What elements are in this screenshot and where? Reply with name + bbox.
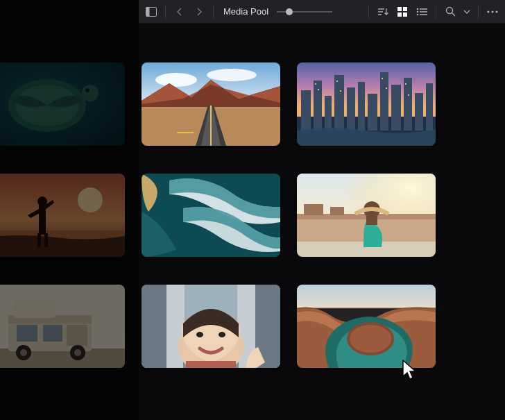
thumbnail-view-icon[interactable] <box>394 3 411 20</box>
svg-rect-60 <box>304 204 323 215</box>
svg-rect-54 <box>37 233 41 247</box>
clip-thumbnail[interactable] <box>297 174 436 257</box>
svg-point-85 <box>219 332 225 337</box>
svg-rect-4 <box>397 12 402 17</box>
svg-rect-48 <box>408 94 409 96</box>
svg-rect-9 <box>420 11 427 12</box>
svg-rect-33 <box>347 87 355 131</box>
svg-rect-86 <box>186 361 236 368</box>
svg-rect-32 <box>334 75 344 131</box>
svg-point-14 <box>491 10 493 12</box>
svg-point-13 <box>487 10 489 12</box>
svg-point-15 <box>495 10 497 12</box>
svg-rect-61 <box>330 207 344 215</box>
svg-rect-11 <box>420 14 427 15</box>
clip-thumbnail[interactable] <box>0 174 125 257</box>
svg-rect-40 <box>426 83 433 131</box>
svg-rect-38 <box>404 78 412 131</box>
clip-thumbnail[interactable] <box>297 285 436 368</box>
clip-grid <box>0 62 505 375</box>
list-view-icon[interactable] <box>413 3 430 20</box>
svg-rect-47 <box>405 83 406 85</box>
sort-icon[interactable] <box>375 3 391 20</box>
svg-point-12 <box>446 8 452 14</box>
clip-grid-area <box>0 0 505 420</box>
svg-rect-34 <box>358 82 365 131</box>
svg-point-50 <box>78 187 103 212</box>
svg-rect-36 <box>380 72 388 131</box>
svg-rect-35 <box>368 94 377 131</box>
nav-back-button[interactable] <box>171 3 188 20</box>
options-menu-icon[interactable] <box>484 3 501 20</box>
svg-rect-30 <box>314 81 322 131</box>
thumbnail-size-slider[interactable] <box>277 11 332 12</box>
svg-point-10 <box>417 13 419 15</box>
svg-point-6 <box>417 8 419 10</box>
svg-rect-72 <box>67 325 87 346</box>
svg-rect-3 <box>403 7 407 11</box>
svg-rect-25 <box>210 106 212 146</box>
sidebar-toggle-icon[interactable] <box>143 3 160 20</box>
svg-rect-69 <box>14 300 55 318</box>
svg-rect-70 <box>17 325 37 342</box>
clip-thumbnail[interactable] <box>0 62 125 146</box>
svg-rect-44 <box>340 90 341 92</box>
svg-rect-39 <box>415 93 423 131</box>
svg-rect-78 <box>142 285 166 368</box>
svg-rect-7 <box>420 8 427 10</box>
svg-point-76 <box>74 349 81 356</box>
search-options-chevron-icon[interactable] <box>461 3 472 20</box>
nav-forward-button[interactable] <box>191 3 207 20</box>
svg-point-89 <box>350 325 391 353</box>
svg-rect-26 <box>177 132 194 133</box>
clip-thumbnail[interactable] <box>142 285 280 368</box>
svg-rect-37 <box>391 85 401 131</box>
svg-rect-2 <box>397 7 402 11</box>
svg-point-74 <box>20 349 27 356</box>
svg-rect-43 <box>336 81 338 82</box>
clip-thumbnail[interactable] <box>0 285 125 368</box>
svg-rect-45 <box>382 78 383 79</box>
svg-rect-41 <box>315 83 316 85</box>
bin-title: Media Pool <box>223 6 268 17</box>
svg-rect-55 <box>44 233 48 247</box>
clip-thumbnail[interactable] <box>297 62 436 146</box>
svg-rect-42 <box>318 89 319 90</box>
clip-thumbnail[interactable] <box>142 62 280 146</box>
svg-rect-31 <box>325 96 332 131</box>
svg-point-23 <box>207 69 257 81</box>
svg-point-22 <box>155 73 197 87</box>
svg-rect-29 <box>301 90 311 131</box>
svg-rect-46 <box>386 87 387 89</box>
svg-rect-5 <box>403 12 407 17</box>
svg-rect-87 <box>297 285 436 308</box>
svg-point-84 <box>196 332 203 337</box>
svg-point-8 <box>417 10 419 12</box>
svg-rect-1 <box>146 7 150 16</box>
clip-thumbnail[interactable] <box>142 174 280 257</box>
media-pool-toolbar: Media Pool <box>139 0 505 24</box>
search-icon[interactable] <box>442 3 459 20</box>
svg-rect-71 <box>43 325 62 342</box>
